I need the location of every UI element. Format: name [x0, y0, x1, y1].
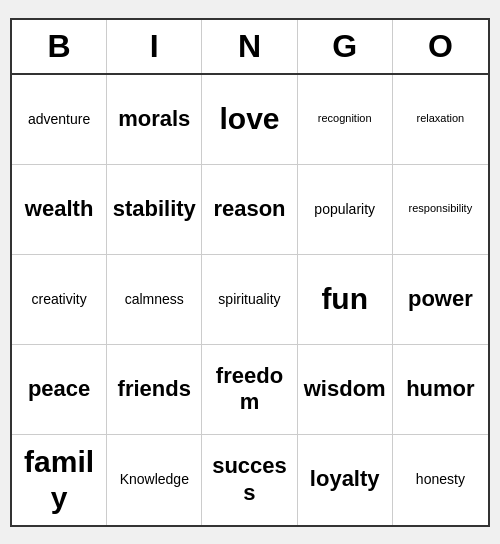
cell-text: Knowledge	[120, 471, 189, 488]
cell-text: loyalty	[310, 466, 380, 492]
bingo-cell: honesty	[393, 435, 488, 525]
bingo-cell: wealth	[12, 165, 107, 255]
cell-text: morals	[118, 106, 190, 132]
bingo-cell: family	[12, 435, 107, 525]
bingo-cell: recognition	[298, 75, 393, 165]
cell-text: calmness	[125, 291, 184, 308]
cell-text: creativity	[31, 291, 86, 308]
bingo-cell: Knowledge	[107, 435, 202, 525]
bingo-cell: friends	[107, 345, 202, 435]
bingo-cell: power	[393, 255, 488, 345]
cell-text: power	[408, 286, 473, 312]
cell-text: fun	[321, 281, 368, 317]
bingo-cell: stability	[107, 165, 202, 255]
bingo-cell: wisdom	[298, 345, 393, 435]
bingo-cell: creativity	[12, 255, 107, 345]
cell-text: reason	[213, 196, 285, 222]
cell-text: success	[206, 453, 292, 506]
cell-text: family	[16, 444, 102, 516]
cell-text: stability	[113, 196, 196, 222]
bingo-cell: freedom	[202, 345, 297, 435]
cell-text: recognition	[318, 112, 372, 125]
cell-text: responsibility	[409, 202, 473, 215]
bingo-cell: popularity	[298, 165, 393, 255]
bingo-cell: reason	[202, 165, 297, 255]
header-letter: N	[202, 20, 297, 73]
bingo-cell: love	[202, 75, 297, 165]
bingo-cell: loyalty	[298, 435, 393, 525]
bingo-grid: adventuremoralsloverecognitionrelaxation…	[12, 75, 488, 525]
bingo-cell: responsibility	[393, 165, 488, 255]
bingo-cell: calmness	[107, 255, 202, 345]
bingo-header: BINGO	[12, 20, 488, 75]
bingo-cell: peace	[12, 345, 107, 435]
bingo-cell: spirituality	[202, 255, 297, 345]
bingo-cell: success	[202, 435, 297, 525]
cell-text: wealth	[25, 196, 93, 222]
bingo-cell: fun	[298, 255, 393, 345]
cell-text: peace	[28, 376, 90, 402]
cell-text: love	[219, 101, 279, 137]
bingo-card: BINGO adventuremoralsloverecognitionrela…	[10, 18, 490, 527]
cell-text: spirituality	[218, 291, 280, 308]
bingo-cell: humor	[393, 345, 488, 435]
header-letter: I	[107, 20, 202, 73]
bingo-cell: adventure	[12, 75, 107, 165]
cell-text: friends	[118, 376, 191, 402]
cell-text: relaxation	[417, 112, 465, 125]
cell-text: popularity	[314, 201, 375, 218]
bingo-cell: morals	[107, 75, 202, 165]
cell-text: adventure	[28, 111, 90, 128]
cell-text: humor	[406, 376, 474, 402]
header-letter: B	[12, 20, 107, 73]
header-letter: G	[298, 20, 393, 73]
cell-text: honesty	[416, 471, 465, 488]
cell-text: wisdom	[304, 376, 386, 402]
cell-text: freedom	[206, 363, 292, 416]
header-letter: O	[393, 20, 488, 73]
bingo-cell: relaxation	[393, 75, 488, 165]
